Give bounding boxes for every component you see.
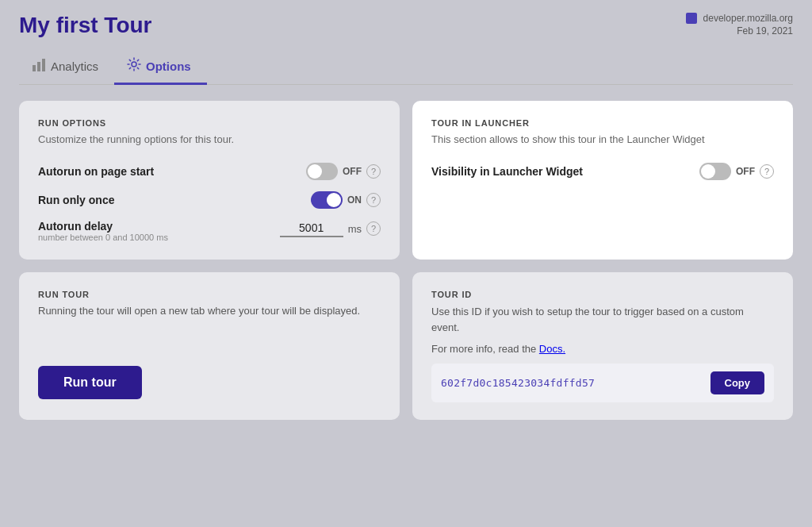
header-date: Feb 19, 2021 [737,25,793,37]
tour-launcher-desc: This section allows to show this tour in… [431,133,774,147]
delay-help-icon[interactable]: ? [366,221,381,236]
tour-id-copy-row: 602f7d0c185423034fdffd57 Copy [431,364,774,402]
run-tour-button[interactable]: Run tour [38,366,142,399]
autorun-help-icon[interactable]: ? [366,164,381,179]
visibility-state: OFF [736,166,755,177]
delay-row: Autorun delay number between 0 and 10000… [38,220,381,242]
tour-id-title: TOUR ID [431,290,774,299]
tour-id-value: 602f7d0c185423034fdffd57 [441,377,595,389]
header-site: developer.mozilla.org [703,13,793,24]
run-once-toggle[interactable] [311,191,343,209]
run-once-label: Run only once [38,194,114,206]
run-once-help-icon[interactable]: ? [366,193,381,207]
autorun-toggle-wrapper: OFF ? [306,163,381,180]
autorun-toggle[interactable] [306,163,338,180]
delay-label: Autorun delay number between 0 and 10000… [38,220,168,242]
docs-link[interactable]: Docs. [539,343,565,355]
svg-rect-1 [37,62,40,71]
visibility-label: Visibility in Launcher Widget [431,165,583,178]
tour-id-desc2: For more info, read the Docs. [431,341,774,357]
run-once-row: Run only once ON ? [38,191,381,209]
delay-sublabel: number between 0 and 10000 ms [38,233,168,242]
autorun-label: Autorun on page start [38,165,154,178]
header-meta: developer.mozilla.org Feb 19, 2021 [686,13,793,37]
visibility-toggle[interactable] [699,163,731,180]
analytics-icon [32,58,46,75]
svg-point-3 [132,62,136,67]
run-once-toggle-wrapper: ON ? [311,191,381,209]
tab-options-label: Options [146,60,191,73]
run-tour-desc: Running the tour will open a new tab whe… [38,304,381,318]
header-site-row: developer.mozilla.org [686,13,793,24]
visibility-toggle-wrapper: OFF ? [699,163,774,180]
tab-options[interactable]: Options [114,51,207,85]
visibility-help-icon[interactable]: ? [760,164,774,179]
autorun-row: Autorun on page start OFF ? [38,163,381,180]
page-title: My first Tour [19,13,151,38]
page-wrapper: My first Tour developer.mozilla.org Feb … [0,0,812,527]
run-options-card: RUN OPTIONS Customize the running option… [19,101,400,260]
tab-analytics[interactable]: Analytics [19,51,114,85]
main-grid: RUN OPTIONS Customize the running option… [19,101,793,420]
tour-launcher-title: TOUR IN LAUNCHER [431,118,774,128]
tabs-bar: Analytics Options [19,51,793,85]
svg-rect-2 [42,59,45,71]
run-options-title: RUN OPTIONS [38,118,381,128]
tour-launcher-card: TOUR IN LAUNCHER This section allows to … [412,101,793,260]
run-tour-card: RUN TOUR Running the tour will open a ne… [19,272,400,420]
visibility-row: Visibility in Launcher Widget OFF ? [431,163,774,180]
run-options-desc: Customize the running options for this t… [38,133,381,147]
run-tour-title: RUN TOUR [38,290,381,299]
autorun-state: OFF [343,166,362,177]
svg-rect-0 [33,65,36,71]
run-once-state: ON [347,194,362,206]
tour-id-desc1: Use this ID if you wish to setup the tou… [431,304,774,335]
header: My first Tour developer.mozilla.org Feb … [19,13,793,38]
favicon-icon [686,13,697,24]
delay-input[interactable] [280,220,343,237]
tab-analytics-label: Analytics [51,60,98,73]
options-icon [127,57,141,75]
delay-input-group: ms ? [280,220,381,237]
tour-id-card: TOUR ID Use this ID if you wish to setup… [412,272,793,420]
copy-button[interactable]: Copy [710,371,765,394]
delay-unit: ms [348,223,362,235]
